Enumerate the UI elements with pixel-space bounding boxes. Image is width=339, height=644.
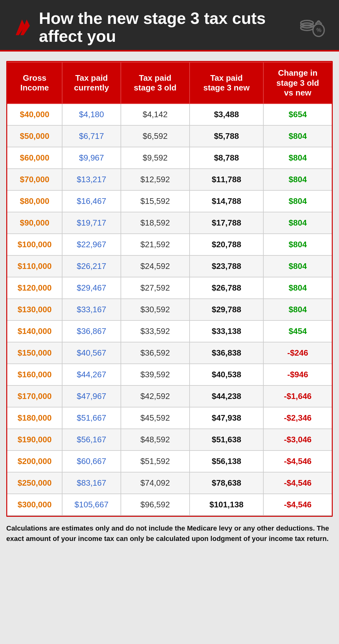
- table-row: $80,000 $16,467 $15,592 $14,788 $804: [7, 190, 332, 212]
- cell-current: $13,217: [62, 169, 121, 190]
- table-row: $60,000 $9,967 $9,592 $8,788 $804: [7, 147, 332, 169]
- cell-old: $21,592: [121, 234, 190, 255]
- cell-income: $200,000: [7, 450, 62, 472]
- cell-old: $24,592: [121, 255, 190, 277]
- table-row: $150,000 $40,567 $36,592 $36,838 -$246: [7, 342, 332, 364]
- cell-current: $33,167: [62, 299, 121, 320]
- tax-table: GrossIncome Tax paidcurrently Tax paidst…: [7, 62, 332, 516]
- cell-income: $100,000: [7, 234, 62, 255]
- cell-old: $39,592: [121, 364, 190, 385]
- table-row: $300,000 $105,667 $96,592 $101,138 -$4,5…: [7, 494, 332, 516]
- cell-change: $804: [263, 299, 332, 320]
- header-title: How the new stage 3 tax cuts affect you: [39, 9, 298, 45]
- table-header-row: GrossIncome Tax paidcurrently Tax paidst…: [7, 62, 332, 104]
- cell-change: $454: [263, 320, 332, 342]
- cell-current: $4,180: [62, 104, 121, 125]
- cell-old: $51,592: [121, 450, 190, 472]
- cell-new: $17,788: [190, 212, 263, 234]
- cell-change: $804: [263, 212, 332, 234]
- cell-new: $8,788: [190, 147, 263, 169]
- cell-current: $47,967: [62, 385, 121, 407]
- cell-new: $44,238: [190, 385, 263, 407]
- table-row: $250,000 $83,167 $74,092 $78,638 -$4,546: [7, 472, 332, 494]
- cell-income: $160,000: [7, 364, 62, 385]
- cell-current: $36,867: [62, 320, 121, 342]
- money-bag-icon: %: [298, 11, 326, 44]
- table-row: $170,000 $47,967 $42,592 $44,238 -$1,646: [7, 385, 332, 407]
- cell-old: $42,592: [121, 385, 190, 407]
- cell-new: $14,788: [190, 190, 263, 212]
- cell-income: $60,000: [7, 147, 62, 169]
- tax-table-container: GrossIncome Tax paidcurrently Tax paidst…: [6, 61, 333, 517]
- cell-income: $140,000: [7, 320, 62, 342]
- cell-current: $105,667: [62, 494, 121, 516]
- cell-old: $36,592: [121, 342, 190, 364]
- table-row: $190,000 $56,167 $48,592 $51,638 -$3,046: [7, 429, 332, 450]
- cell-new: $56,138: [190, 450, 263, 472]
- cell-new: $33,138: [190, 320, 263, 342]
- cell-current: $6,717: [62, 125, 121, 147]
- table-row: $90,000 $19,717 $18,592 $17,788 $804: [7, 212, 332, 234]
- cell-current: $51,667: [62, 407, 121, 429]
- col-header-tax-old: Tax paidstage 3 old: [121, 62, 190, 104]
- table-row: $200,000 $60,667 $51,592 $56,138 -$4,546: [7, 450, 332, 472]
- cell-income: $130,000: [7, 299, 62, 320]
- cell-current: $9,967: [62, 147, 121, 169]
- cell-income: $40,000: [7, 104, 62, 125]
- cell-change: -$946: [263, 364, 332, 385]
- table-row: $140,000 $36,867 $33,592 $33,138 $454: [7, 320, 332, 342]
- cell-change: $654: [263, 104, 332, 125]
- cell-income: $120,000: [7, 277, 62, 299]
- cell-current: $56,167: [62, 429, 121, 450]
- cell-current: $29,467: [62, 277, 121, 299]
- cell-income: $180,000: [7, 407, 62, 429]
- cell-old: $74,092: [121, 472, 190, 494]
- cell-current: $19,717: [62, 212, 121, 234]
- cell-current: $16,467: [62, 190, 121, 212]
- cell-new: $26,788: [190, 277, 263, 299]
- cell-new: $40,538: [190, 364, 263, 385]
- svg-rect-3: [301, 23, 313, 28]
- table-row: $50,000 $6,717 $6,592 $5,788 $804: [7, 125, 332, 147]
- header-left: How the new stage 3 tax cuts affect you: [13, 9, 298, 45]
- footnote: Calculations are estimates only and do n…: [6, 523, 333, 544]
- cell-old: $30,592: [121, 299, 190, 320]
- col-header-tax-new: Tax paidstage 3 new: [190, 62, 263, 104]
- table-row: $120,000 $29,467 $27,592 $26,788 $804: [7, 277, 332, 299]
- cell-change: $804: [263, 169, 332, 190]
- header: How the new stage 3 tax cuts affect you …: [0, 0, 339, 52]
- cell-change: $804: [263, 277, 332, 299]
- cell-current: $44,267: [62, 364, 121, 385]
- cell-old: $9,592: [121, 147, 190, 169]
- table-row: $110,000 $26,217 $24,592 $23,788 $804: [7, 255, 332, 277]
- cell-change: $804: [263, 147, 332, 169]
- cell-change: $804: [263, 255, 332, 277]
- cell-current: $40,567: [62, 342, 121, 364]
- cell-change: -$4,546: [263, 450, 332, 472]
- cell-old: $48,592: [121, 429, 190, 450]
- cell-old: $27,592: [121, 277, 190, 299]
- cell-old: $96,592: [121, 494, 190, 516]
- cell-change: -$2,346: [263, 407, 332, 429]
- col-header-gross-income: GrossIncome: [7, 62, 62, 104]
- table-row: $160,000 $44,267 $39,592 $40,538 -$946: [7, 364, 332, 385]
- cell-change: -$3,046: [263, 429, 332, 450]
- cell-income: $250,000: [7, 472, 62, 494]
- cell-income: $90,000: [7, 212, 62, 234]
- page-wrapper: How the new stage 3 tax cuts affect you …: [0, 0, 339, 544]
- cell-old: $33,592: [121, 320, 190, 342]
- cell-income: $170,000: [7, 385, 62, 407]
- table-row: $70,000 $13,217 $12,592 $11,788 $804: [7, 169, 332, 190]
- abc-logo-icon: [13, 16, 31, 38]
- cell-current: $22,967: [62, 234, 121, 255]
- cell-current: $26,217: [62, 255, 121, 277]
- cell-new: $20,788: [190, 234, 263, 255]
- cell-old: $45,592: [121, 407, 190, 429]
- cell-income: $150,000: [7, 342, 62, 364]
- col-header-tax-current: Tax paidcurrently: [62, 62, 121, 104]
- cell-new: $78,638: [190, 472, 263, 494]
- cell-old: $6,592: [121, 125, 190, 147]
- cell-new: $51,638: [190, 429, 263, 450]
- cell-change: -$4,546: [263, 472, 332, 494]
- cell-new: $101,138: [190, 494, 263, 516]
